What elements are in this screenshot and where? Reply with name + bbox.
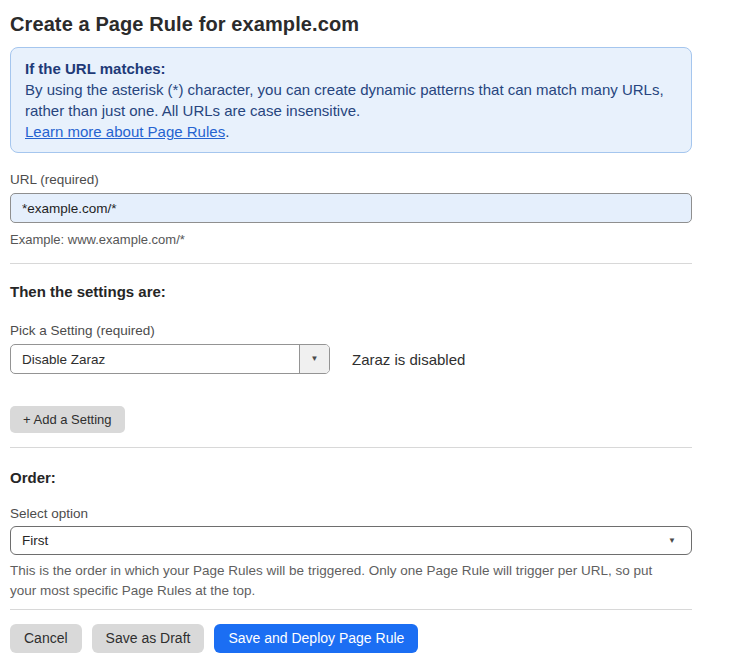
divider [10, 609, 692, 610]
add-setting-button[interactable]: + Add a Setting [10, 406, 125, 433]
save-and-deploy-button[interactable]: Save and Deploy Page Rule [214, 624, 418, 653]
page-title: Create a Page Rule for example.com [10, 12, 692, 36]
setting-dropdown[interactable]: Disable Zaraz ▼ [10, 344, 330, 374]
info-box-body: By using the asterisk (*) character, you… [25, 79, 677, 121]
learn-more-link[interactable]: Learn more about Page Rules [25, 123, 225, 140]
divider [10, 447, 692, 448]
setting-dropdown-value: Disable Zaraz [11, 345, 299, 373]
url-example-helper: Example: www.example.com/* [10, 231, 692, 248]
order-select-value: First [22, 533, 48, 548]
save-as-draft-button[interactable]: Save as Draft [92, 624, 205, 653]
cancel-button[interactable]: Cancel [10, 624, 82, 653]
url-field-label: URL (required) [10, 171, 692, 188]
info-box-heading: If the URL matches: [25, 58, 677, 79]
url-input[interactable] [10, 193, 692, 223]
info-box-link-row: Learn more about Page Rules. [25, 121, 677, 142]
setting-row: Disable Zaraz ▼ Zaraz is disabled [10, 344, 692, 374]
setting-dropdown-button[interactable]: ▼ [299, 345, 329, 373]
order-helper-text: This is the order in which your Page Rul… [10, 561, 680, 601]
setting-picker-label: Pick a Setting (required) [10, 322, 692, 339]
page-rule-form: Create a Page Rule for example.com If th… [10, 0, 692, 653]
setting-status-text: Zaraz is disabled [352, 351, 465, 368]
chevron-down-icon: ▼ [311, 355, 319, 363]
url-match-info-box: If the URL matches: By using the asteris… [10, 47, 692, 153]
link-suffix: . [225, 123, 229, 140]
chevron-down-icon: ▼ [668, 537, 680, 545]
order-select[interactable]: First ▼ [10, 526, 692, 555]
divider [10, 263, 692, 264]
settings-section-heading: Then the settings are: [10, 283, 692, 301]
order-select-label: Select option [10, 505, 692, 522]
order-section-heading: Order: [10, 469, 692, 487]
form-actions: Cancel Save as Draft Save and Deploy Pag… [10, 624, 692, 653]
